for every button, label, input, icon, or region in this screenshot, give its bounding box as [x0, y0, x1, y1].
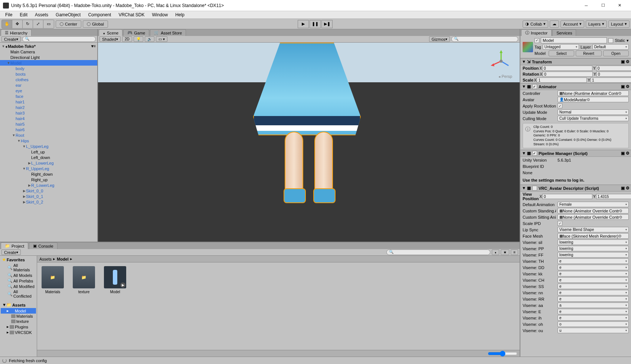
- space-toggle[interactable]: Global: [83, 20, 108, 28]
- hierarchy-item-hair2[interactable]: hair2: [0, 105, 97, 110]
- gameobject-icon[interactable]: [523, 42, 533, 52]
- viseme-dropdown[interactable]: e: [558, 284, 629, 289]
- viseme-dropdown[interactable]: e: [558, 296, 629, 302]
- gear-icon[interactable]: ▣ ⚙: [621, 151, 630, 156]
- face-mesh-field[interactable]: ▦ face (Skinned Mesh Renderer) ⊙: [558, 233, 629, 239]
- folder-model[interactable]: ▸Model: [1, 308, 36, 314]
- viseme-dropdown[interactable]: lowering: [558, 239, 629, 245]
- project-search[interactable]: 🔍: [386, 249, 490, 255]
- viseme-dropdown[interactable]: o: [558, 321, 629, 327]
- viseme-dropdown[interactable]: e: [558, 309, 629, 314]
- 2d-toggle[interactable]: 2D: [122, 36, 132, 42]
- step-button[interactable]: ▶❚: [321, 20, 333, 28]
- pos-x[interactable]: [542, 66, 592, 71]
- folder-texture[interactable]: texture: [1, 319, 36, 324]
- rotate-tool[interactable]: ↻: [23, 20, 33, 28]
- hierarchy-item-hair3[interactable]: hair3: [0, 110, 97, 116]
- gameobject-name[interactable]: [541, 37, 607, 43]
- layers-dropdown[interactable]: Layers ▾: [586, 20, 607, 28]
- hierarchy-item-ear[interactable]: ear: [0, 82, 97, 88]
- console-tab[interactable]: ▣ Console: [29, 242, 57, 249]
- hierarchy-item-clothes[interactable]: clothes: [0, 77, 97, 82]
- viseme-dropdown[interactable]: a: [558, 302, 629, 308]
- hierarchy-item-left-down[interactable]: Left_down: [0, 155, 97, 160]
- hierarchy-item-model[interactable]: ▼Model: [0, 60, 97, 66]
- scale-x[interactable]: [537, 77, 587, 83]
- hierarchy-item-left-up[interactable]: Left_up: [0, 149, 97, 155]
- favorite-all-models[interactable]: 🔍All Models: [1, 272, 36, 278]
- static-checkbox[interactable]: [608, 38, 613, 43]
- account-dropdown[interactable]: Account ▾: [560, 20, 584, 28]
- scale-ipd-checkbox[interactable]: ✓: [558, 221, 562, 226]
- inspector-tab[interactable]: ⓘ Inspector: [521, 29, 552, 36]
- menu-window[interactable]: Window: [148, 11, 171, 19]
- tag-dropdown[interactable]: Untagged: [543, 44, 579, 50]
- fx-toggle[interactable]: ▭ ▾: [156, 36, 167, 42]
- hierarchy-item-hair5[interactable]: hair5: [0, 121, 97, 127]
- hierarchy-item-l-upperleg[interactable]: ▼L_UpperLeg: [0, 143, 97, 149]
- vrc-header[interactable]: ▼ ▦ VRC_Avatar Descriptor (Script)▣ ⚙: [520, 185, 631, 192]
- hierarchy-item-body[interactable]: body: [0, 66, 97, 71]
- viseme-dropdown[interactable]: u: [558, 328, 629, 333]
- favorite-all-conflicted[interactable]: 🔍All Conflicted: [1, 289, 36, 299]
- hierarchy-tab[interactable]: ☰ Hierarchy: [1, 29, 32, 36]
- menu-edit[interactable]: Edit: [16, 11, 31, 19]
- hand-tool[interactable]: ✋: [2, 20, 12, 28]
- apply-root-checkbox[interactable]: ✓: [558, 103, 562, 108]
- maximize-button[interactable]: ☐: [595, 0, 611, 11]
- project-tab[interactable]: 📁 Project: [1, 242, 28, 249]
- hierarchy-item-l-lowerleg[interactable]: ▶L_LowerLeg: [0, 160, 97, 166]
- hierarchy-item-right-up[interactable]: Right_up: [0, 177, 97, 182]
- transform-header[interactable]: ▼ ⇲ Transform▣ ⚙: [520, 58, 631, 65]
- shaded-dropdown[interactable]: Shaded ▾: [99, 36, 121, 42]
- hierarchy-create[interactable]: Create ▾: [1, 36, 21, 42]
- scene-root[interactable]: ▼⬧ Madobe-Toko*▾≡: [0, 43, 97, 49]
- hierarchy-search[interactable]: 🔍: [22, 36, 96, 42]
- viseme-dropdown[interactable]: e: [558, 277, 629, 283]
- hierarchy-item-r-lowerleg[interactable]: ▶R_LowerLeg: [0, 182, 97, 188]
- pipeline-header[interactable]: ▼ ▦ ✓ Pipeline Manager (Script)▣ ⚙: [520, 150, 631, 157]
- animator-header[interactable]: ▼ ▦ ✓ Animator▣ ⚙: [520, 83, 631, 90]
- view-y[interactable]: [596, 194, 631, 199]
- close-button[interactable]: ✕: [611, 0, 628, 11]
- open-button[interactable]: Open: [603, 50, 629, 56]
- project-filter-2[interactable]: ★: [501, 249, 509, 255]
- hierarchy-item-face[interactable]: face: [0, 93, 97, 99]
- asset-texture[interactable]: 📁texture: [72, 266, 96, 294]
- asset-model[interactable]: ▶Model: [103, 266, 127, 294]
- select-button[interactable]: Select: [549, 50, 574, 56]
- lip-sync-dropdown[interactable]: Viseme Blend Shape: [558, 227, 629, 232]
- hierarchy-item-hair6[interactable]: hair6: [0, 127, 97, 132]
- project-filter-1[interactable]: ⬧: [492, 249, 499, 255]
- avatar-field[interactable]: 👤 ModelAvatar ⊙: [558, 97, 629, 102]
- favorite-all-modified[interactable]: 🔍All Modified: [1, 284, 36, 289]
- hierarchy-item-skirt-0-1[interactable]: ▶Skirt_0_1: [0, 193, 97, 199]
- assets-header[interactable]: ▼📁 Assets: [1, 302, 36, 308]
- play-button[interactable]: ▶: [298, 20, 309, 28]
- rot-y[interactable]: [596, 72, 631, 77]
- default-anim-dropdown[interactable]: Female: [558, 202, 629, 207]
- cloud-button[interactable]: ☁: [550, 20, 559, 28]
- gear-icon[interactable]: ▣ ⚙: [621, 186, 630, 191]
- hierarchy-item-skirt-0-0[interactable]: ▶Skirt_0_0: [0, 188, 97, 193]
- hierarchy-item-hips[interactable]: ▼Hips: [0, 138, 97, 143]
- audio-toggle[interactable]: 🔊: [145, 36, 154, 42]
- gizmos-dropdown[interactable]: Gizmos ▾: [429, 36, 450, 42]
- hierarchy-item-skirt-0-2[interactable]: ▶Skirt_0_2: [0, 199, 97, 205]
- view-x[interactable]: [542, 194, 592, 199]
- menu-vrchat-sdk[interactable]: VRChat SDK: [115, 11, 148, 19]
- pos-y[interactable]: [596, 66, 631, 71]
- viseme-dropdown[interactable]: lowering: [558, 252, 629, 258]
- update-mode-dropdown[interactable]: Normal: [558, 109, 629, 115]
- gear-icon[interactable]: ▣ ⚙: [621, 59, 630, 64]
- viseme-dropdown[interactable]: e: [558, 315, 629, 321]
- asset-materials[interactable]: 📁Materials: [41, 266, 65, 294]
- orientation-gizmo[interactable]: [490, 50, 512, 72]
- menu-assets[interactable]: Assets: [31, 11, 52, 19]
- project-filter-3[interactable]: ≡: [511, 249, 518, 255]
- menu-gameobject[interactable]: GameObject: [52, 11, 84, 19]
- sitting-field[interactable]: ▦ None (Animator Override Contr ⊙: [558, 214, 629, 220]
- breadcrumb[interactable]: Assets ▸ Model ▸: [37, 256, 520, 262]
- viseme-dropdown[interactable]: e: [558, 258, 629, 264]
- project-create[interactable]: Create ▾: [1, 249, 21, 255]
